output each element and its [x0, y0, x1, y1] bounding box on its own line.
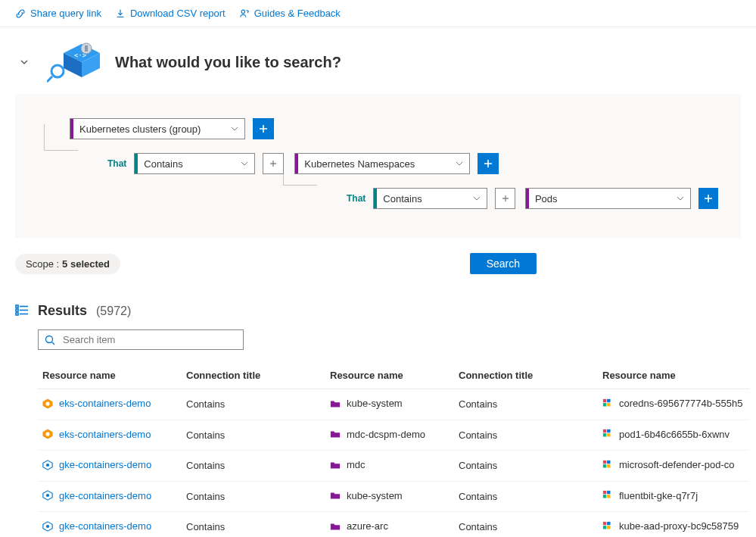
link-icon: [15, 8, 26, 19]
plus-icon: [704, 194, 713, 203]
cluster-resource-link[interactable]: gke-containers-demo: [38, 481, 182, 512]
svg-rect-28: [603, 460, 606, 463]
plus-icon: [259, 124, 268, 133]
svg-rect-35: [607, 491, 610, 494]
svg-point-27: [46, 463, 49, 466]
results-title: Results: [38, 303, 87, 319]
page-header: <·> What would you like to search?: [0, 27, 756, 94]
search-button[interactable]: Search: [470, 253, 537, 274]
scope-label: Scope :: [26, 258, 59, 270]
query-builder: Kubernetes clusters (group) That Contain…: [15, 94, 741, 238]
cluster-resource-link[interactable]: gke-containers-demo: [38, 512, 182, 538]
table-row: eks-containers-demoContainsmdc-dcspm-dem…: [38, 420, 749, 451]
entity-select-clusters[interactable]: Kubernetes clusters (group): [70, 118, 245, 139]
cluster-resource-link[interactable]: gke-containers-demo: [38, 451, 182, 482]
namespace-icon: [330, 429, 341, 439]
entity-select-pods[interactable]: Pods: [525, 188, 691, 209]
add-operator-button[interactable]: [263, 153, 284, 174]
gke-cluster-icon: [42, 490, 53, 501]
chevron-down-icon: [456, 160, 463, 167]
entity-select-namespaces[interactable]: Kubernetes Namespaces: [294, 153, 470, 174]
col-resource-name-1[interactable]: Resource name: [38, 362, 182, 389]
pod-resource-cell: kube-aad-proxy-bc9c58759: [598, 512, 749, 538]
operator-select-contains-1[interactable]: Contains: [134, 153, 255, 174]
namespace-icon: [330, 398, 341, 409]
download-csv-button[interactable]: Download CSV report: [115, 8, 226, 19]
col-resource-name-2[interactable]: Resource name: [325, 362, 454, 389]
guides-feedback-button[interactable]: Guides & Feedback: [239, 8, 341, 19]
pod-resource-cell: coredns-695677774b-555h5: [598, 389, 749, 420]
svg-rect-42: [603, 526, 606, 529]
pod-icon: [602, 398, 613, 409]
namespace-resource-cell: kube-system: [325, 389, 454, 420]
svg-point-15: [45, 401, 49, 405]
col-resource-name-3[interactable]: Resource name: [598, 362, 749, 389]
chevron-down-icon: [473, 195, 481, 202]
download-label: Download CSV report: [130, 8, 226, 19]
chevron-down-icon: [231, 125, 238, 133]
operator-select-contains-2[interactable]: Contains: [373, 188, 487, 209]
pod-icon: [602, 490, 613, 501]
scope-selected: 5 selected: [62, 258, 110, 270]
table-row: gke-containers-demoContainskube-systemCo…: [38, 481, 749, 512]
page-title: What would you like to search?: [115, 54, 341, 71]
connection-cell: Contains: [454, 451, 598, 482]
svg-rect-29: [607, 460, 610, 463]
scope-search-row: Scope : 5 selected Search: [0, 238, 756, 283]
svg-line-13: [52, 342, 55, 345]
gke-cluster-icon: [42, 521, 53, 532]
cluster-resource-link[interactable]: eks-containers-demo: [38, 389, 182, 420]
namespace-icon: [330, 460, 341, 470]
namespace-resource-cell: mdc-dcspm-demo: [325, 420, 454, 451]
table-header-row: Resource name Connection title Resource …: [38, 362, 749, 389]
namespace-icon: [330, 490, 341, 501]
svg-rect-23: [607, 429, 610, 432]
collapse-toggle[interactable]: [15, 53, 33, 71]
gke-cluster-icon: [42, 460, 53, 470]
col-connection-title-1[interactable]: Connection title: [182, 362, 325, 389]
namespace-resource-cell: mdc: [325, 451, 454, 482]
svg-rect-22: [603, 429, 606, 432]
connection-cell: Contains: [182, 389, 325, 420]
results-search-box[interactable]: [38, 329, 244, 350]
table-row: gke-containers-demoContainsazure-arcCont…: [38, 512, 749, 538]
add-condition-button[interactable]: [478, 153, 499, 174]
svg-rect-11: [16, 313, 18, 315]
operator-label: Contains: [383, 193, 467, 204]
col-connection-title-2[interactable]: Connection title: [454, 362, 598, 389]
operator-label: Contains: [144, 158, 235, 170]
pod-icon: [602, 429, 613, 439]
table-row: gke-containers-demoContainsmdcContainsmi…: [38, 451, 749, 482]
eks-cluster-icon: [42, 398, 53, 409]
svg-rect-25: [607, 433, 610, 436]
pod-icon: [602, 521, 613, 532]
share-query-link-button[interactable]: Share query link: [15, 8, 101, 19]
connection-cell: Contains: [454, 512, 598, 538]
results-header: Results (5972): [0, 283, 756, 326]
pod-resource-cell: fluentbit-gke-q7r7j: [598, 481, 749, 512]
svg-rect-9: [16, 305, 18, 308]
namespace-resource-cell: azure-arc: [325, 512, 454, 538]
scope-pill[interactable]: Scope : 5 selected: [15, 254, 120, 274]
svg-rect-30: [603, 464, 606, 467]
connection-cell: Contains: [454, 481, 598, 512]
results-search-input[interactable]: [61, 333, 237, 346]
add-operator-button[interactable]: [495, 188, 515, 209]
svg-point-12: [46, 336, 53, 342]
results-count: (5972): [96, 304, 131, 318]
query-row-3: That Contains Pods: [339, 186, 718, 211]
namespace-resource-cell: kube-system: [325, 481, 454, 512]
svg-point-33: [46, 494, 49, 497]
share-label: Share query link: [30, 8, 101, 19]
add-condition-button[interactable]: [698, 188, 718, 209]
add-condition-button[interactable]: [253, 118, 274, 139]
table-row: eks-containers-demoContainskube-systemCo…: [38, 389, 749, 420]
svg-rect-40: [603, 521, 606, 524]
cluster-resource-link[interactable]: eks-containers-demo: [38, 420, 182, 451]
connection-cell: Contains: [454, 389, 598, 420]
svg-rect-37: [607, 495, 610, 498]
top-action-bar: Share query link Download CSV report Gui…: [0, 0, 756, 27]
that-label: That: [339, 189, 373, 208]
that-label: That: [100, 154, 134, 173]
svg-line-8: [47, 76, 52, 82]
